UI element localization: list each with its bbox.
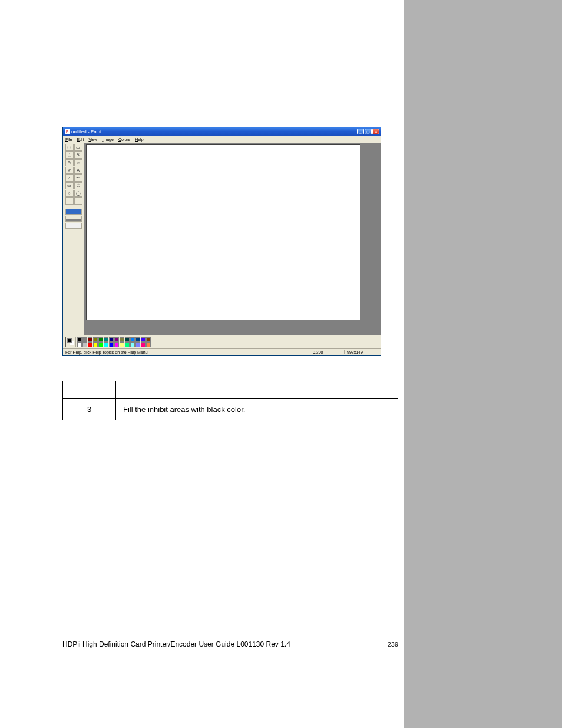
- page-content: P untitled - Paint _ ▢ ✕ File Edit View …: [0, 0, 404, 728]
- minimize-button[interactable]: _: [357, 129, 364, 134]
- menu-edit[interactable]: Edit: [77, 137, 84, 141]
- tool-button-15[interactable]: [74, 197, 82, 205]
- tool-option-2[interactable]: [65, 216, 82, 222]
- color-swatch[interactable]: [114, 337, 119, 342]
- instruction-table: 3 Fill the inhibit areas with black colo…: [62, 381, 398, 420]
- color-swatch[interactable]: [120, 337, 124, 342]
- color-swatch[interactable]: [125, 337, 130, 342]
- tool-option-3[interactable]: [65, 223, 82, 229]
- blank-cell: [63, 381, 116, 399]
- tool-button-1[interactable]: ▭: [74, 144, 82, 151]
- tool-button-5[interactable]: ⌕: [74, 159, 82, 166]
- step-number: 3: [63, 399, 116, 420]
- tool-button-13[interactable]: ◯: [74, 190, 82, 197]
- color-swatch[interactable]: [141, 342, 146, 347]
- color-palette: [77, 337, 151, 347]
- tool-button-0[interactable]: ⬚: [65, 144, 74, 151]
- color-swatch[interactable]: [77, 337, 82, 342]
- tool-button-9[interactable]: 〰: [74, 174, 82, 182]
- tool-button-8[interactable]: ⟋: [65, 174, 74, 182]
- footer-page-number: 239: [388, 641, 398, 648]
- paint-body: ⬚▭◌↯✎⌕✐A⟋〰▭⬠○◯: [63, 143, 381, 335]
- tool-grid: ⬚▭◌↯✎⌕✐A⟋〰▭⬠○◯: [65, 144, 82, 205]
- color-swatch[interactable]: [93, 337, 98, 342]
- maximize-button[interactable]: ▢: [365, 129, 372, 134]
- paint-menubar: File Edit View Image Colors Help: [63, 136, 381, 143]
- color-swatch[interactable]: [114, 342, 119, 347]
- table-row: 3 Fill the inhibit areas with black colo…: [63, 399, 398, 420]
- paint-window: P untitled - Paint _ ▢ ✕ File Edit View …: [62, 127, 381, 356]
- tool-option-1[interactable]: [65, 209, 82, 215]
- color-swatch[interactable]: [109, 342, 114, 347]
- blank-cell: [116, 381, 398, 399]
- color-swatch[interactable]: [98, 337, 103, 342]
- canvas[interactable]: [86, 144, 360, 320]
- status-pos: 0,300: [310, 350, 344, 354]
- color-swatch[interactable]: [135, 337, 140, 342]
- color-swatch[interactable]: [130, 342, 135, 347]
- menu-help[interactable]: Help: [135, 137, 143, 141]
- color-swatch[interactable]: [109, 337, 114, 342]
- color-swatch[interactable]: [98, 342, 103, 347]
- color-swatch[interactable]: [82, 337, 87, 342]
- tool-button-12[interactable]: ○: [65, 190, 74, 197]
- tool-button-6[interactable]: ✐: [65, 167, 74, 174]
- tool-button-11[interactable]: ⬠: [74, 182, 82, 189]
- canvas-area: [84, 143, 381, 335]
- paint-icon: P: [65, 129, 70, 134]
- color-swatch[interactable]: [88, 337, 92, 342]
- foreground-color-icon: [67, 338, 72, 343]
- tool-button-7[interactable]: A: [74, 167, 82, 174]
- status-bar: For Help, click Help Topics on the Help …: [63, 348, 381, 355]
- tool-button-14[interactable]: [65, 197, 74, 205]
- tool-button-4[interactable]: ✎: [65, 159, 74, 166]
- color-swatch[interactable]: [88, 342, 92, 347]
- tool-button-10[interactable]: ▭: [65, 182, 74, 189]
- table-row: [63, 381, 398, 399]
- step-description: Fill the inhibit areas with black color.: [116, 399, 398, 420]
- close-button[interactable]: ✕: [372, 129, 379, 134]
- window-title: untitled - Paint: [71, 129, 101, 134]
- color-swatch[interactable]: [104, 342, 108, 347]
- tool-button-2[interactable]: ◌: [65, 151, 74, 159]
- color-swatch[interactable]: [130, 337, 135, 342]
- tool-button-3[interactable]: ↯: [74, 151, 82, 159]
- color-swatch[interactable]: [104, 337, 108, 342]
- color-swatch[interactable]: [135, 342, 140, 347]
- status-help-text: For Help, click Help Topics on the Help …: [65, 350, 310, 354]
- color-strip: [63, 335, 381, 348]
- color-swatch[interactable]: [141, 337, 146, 342]
- color-fgbg[interactable]: [65, 337, 76, 347]
- color-swatch[interactable]: [146, 337, 151, 342]
- color-swatch[interactable]: [77, 342, 82, 347]
- color-swatch[interactable]: [125, 342, 130, 347]
- color-swatch[interactable]: [93, 342, 98, 347]
- menu-file[interactable]: File: [65, 137, 72, 141]
- paint-titlebar[interactable]: P untitled - Paint _ ▢ ✕: [63, 127, 381, 136]
- color-swatch[interactable]: [146, 342, 151, 347]
- menu-view[interactable]: View: [88, 137, 97, 141]
- footer-doc-title: HDPii High Definition Card Printer/Encod…: [62, 640, 290, 648]
- window-controls: _ ▢ ✕: [357, 129, 379, 134]
- menu-colors[interactable]: Colors: [118, 137, 130, 141]
- page-margin-sidebar: [404, 0, 562, 728]
- tool-options: [65, 209, 82, 229]
- toolbox: ⬚▭◌↯✎⌕✐A⟋〰▭⬠○◯: [63, 143, 84, 335]
- menu-image[interactable]: Image: [102, 137, 113, 141]
- color-swatch[interactable]: [82, 342, 87, 347]
- status-size: 998x149: [344, 350, 378, 354]
- color-swatch[interactable]: [120, 342, 124, 347]
- page-footer: HDPii High Definition Card Printer/Encod…: [62, 640, 398, 648]
